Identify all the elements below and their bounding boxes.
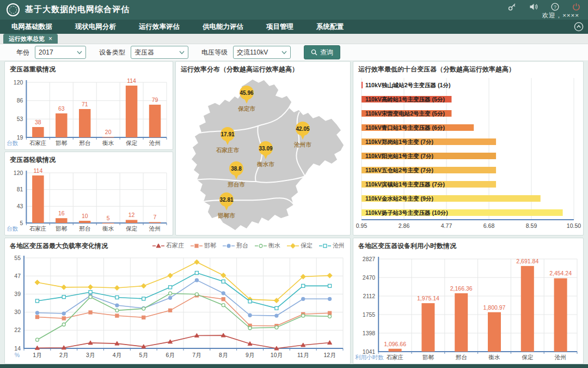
legend-item-石家庄[interactable]: 石家庄 bbox=[152, 242, 184, 250]
svg-text:45.96: 45.96 bbox=[240, 90, 253, 96]
heavy-load-chart: 19538612038石家庄63邯郸71邢台20衡水114保定79沧州台数 bbox=[5, 74, 172, 148]
svg-text:衡水市: 衡水市 bbox=[256, 161, 274, 167]
key-icon[interactable] bbox=[508, 3, 516, 11]
svg-text:保定: 保定 bbox=[126, 225, 138, 232]
svg-text:33.09: 33.09 bbox=[259, 146, 272, 152]
device-type-value: 变压器 bbox=[134, 48, 154, 57]
nav-item-grid-base-data[interactable]: 电网基础数据 bbox=[0, 20, 64, 34]
bar bbox=[389, 349, 402, 352]
bar bbox=[79, 109, 90, 137]
svg-text:5: 5 bbox=[107, 215, 110, 221]
light-load-chart: 54381120114石家庄16邯郸10邢台5衡水12保定7沧州台数 bbox=[5, 164, 172, 234]
tab-close-icon[interactable]: × bbox=[48, 34, 52, 44]
svg-text:%: % bbox=[15, 352, 20, 358]
svg-text:7: 7 bbox=[154, 214, 157, 220]
bar bbox=[56, 113, 67, 137]
svg-text:16: 16 bbox=[58, 210, 65, 216]
nav-item-efficiency-eval[interactable]: 运行效率评估 bbox=[127, 20, 191, 34]
bar bbox=[79, 221, 90, 223]
svg-text:20: 20 bbox=[105, 129, 112, 135]
device-type-label: 设备类型 bbox=[99, 48, 125, 57]
svg-text:1,800.97: 1,800.97 bbox=[483, 304, 506, 311]
svg-text:2.86: 2.86 bbox=[399, 222, 410, 229]
svg-text:4.77: 4.77 bbox=[441, 222, 452, 229]
help-icon[interactable]: ? bbox=[551, 3, 559, 11]
filter-bar: 年份 2017 设备类型 变压器 电压等级 交流110kV 查询 bbox=[0, 44, 588, 61]
collapse-up-icon[interactable] bbox=[574, 22, 584, 32]
svg-text:2月: 2月 bbox=[59, 352, 68, 358]
app-header: 基于大数据的电网综合评估 ? 欢迎 , ×××× bbox=[0, 0, 588, 20]
svg-text:沧州: 沧州 bbox=[554, 354, 566, 360]
svg-text:7月: 7月 bbox=[192, 352, 201, 358]
svg-text:14: 14 bbox=[14, 345, 21, 352]
svg-text:110kV郑岗站1号主变 (7分): 110kV郑岗站1号主变 (7分) bbox=[365, 138, 433, 145]
year-select[interactable]: 2017 bbox=[35, 46, 86, 59]
search-button-label: 查询 bbox=[320, 48, 333, 57]
svg-text:3月: 3月 bbox=[86, 352, 95, 358]
line-chart-legend: 石家庄邯郸邢台衡水保定沧州 bbox=[152, 242, 345, 250]
svg-text:9月: 9月 bbox=[246, 352, 254, 358]
svg-text:邢台: 邢台 bbox=[79, 225, 90, 232]
legend-item-邯郸[interactable]: 邯郸 bbox=[191, 242, 216, 250]
svg-text:8月: 8月 bbox=[219, 352, 228, 358]
bar bbox=[554, 278, 567, 352]
svg-text:71: 71 bbox=[82, 101, 88, 107]
svg-text:6.68: 6.68 bbox=[483, 222, 495, 229]
svg-text:邢台: 邢台 bbox=[79, 140, 90, 146]
svg-text:保定: 保定 bbox=[522, 354, 534, 360]
legend-item-沧州[interactable]: 沧州 bbox=[319, 242, 345, 250]
panel-light-load: 变压器轻载情况 54381120114石家庄16邯郸10邢台5衡水12保定7沧州… bbox=[4, 152, 173, 236]
svg-text:10: 10 bbox=[82, 213, 88, 219]
panel-max-load-rate: 各地区变压器最大负载率变化情况 石家庄邯郸邢台衡水保定沧州 1422303947… bbox=[4, 238, 351, 364]
svg-text:114: 114 bbox=[127, 77, 136, 84]
legend-item-衡水[interactable]: 衡水 bbox=[255, 242, 280, 250]
svg-text:利用小时数: 利用小时数 bbox=[355, 354, 384, 360]
svg-text:沧州: 沧州 bbox=[149, 225, 161, 232]
panel-title: 各地区变压器设备利用小时数情况 bbox=[358, 242, 456, 251]
bar bbox=[421, 303, 434, 352]
svg-text:8.59: 8.59 bbox=[526, 222, 537, 229]
worst-transformers-chart: 0.952.864.776.688.5910.50110kV独山城站2号主变压器… bbox=[354, 75, 583, 234]
svg-text:86: 86 bbox=[17, 97, 23, 104]
nav-item-current-analysis[interactable]: 现状电网分析 bbox=[64, 20, 127, 34]
svg-text:38.8: 38.8 bbox=[231, 166, 242, 172]
legend-item-邢台[interactable]: 邢台 bbox=[223, 242, 248, 250]
voltage-level-select[interactable]: 交流110kV bbox=[233, 46, 291, 59]
svg-text:保定: 保定 bbox=[126, 140, 138, 146]
bar bbox=[126, 220, 137, 223]
sound-icon[interactable] bbox=[529, 3, 538, 11]
search-button[interactable]: 查询 bbox=[304, 45, 340, 59]
svg-text:1,096.66: 1,096.66 bbox=[384, 341, 406, 347]
svg-text:衡水: 衡水 bbox=[102, 140, 114, 146]
svg-text:47: 47 bbox=[14, 273, 21, 279]
svg-text:63: 63 bbox=[58, 105, 65, 112]
nav-item-project-mgmt[interactable]: 项目管理 bbox=[255, 20, 305, 34]
svg-text:22: 22 bbox=[14, 327, 21, 333]
svg-text:39: 39 bbox=[14, 291, 21, 297]
svg-text:53: 53 bbox=[17, 116, 23, 122]
svg-text:12月: 12月 bbox=[323, 352, 335, 358]
svg-text:110kV宋营变电站2号主变 (5分): 110kV宋营变电站2号主变 (5分) bbox=[365, 110, 445, 117]
device-type-select[interactable]: 变压器 bbox=[131, 46, 188, 59]
svg-text:石家庄: 石家庄 bbox=[29, 140, 47, 146]
light-load-canvas: 54381120114石家庄16邯郸10邢台5衡水12保定7沧州台数 bbox=[5, 164, 172, 234]
svg-text:43: 43 bbox=[17, 203, 23, 209]
svg-text:110kV滨镇站1号主变压器 (7分): 110kV滨镇站1号主变压器 (7分) bbox=[365, 181, 445, 188]
nav-item-supply-capability[interactable]: 供电能力评估 bbox=[191, 20, 255, 34]
welcome-text: 欢迎 , ×××× bbox=[542, 11, 579, 20]
svg-text:120: 120 bbox=[14, 170, 23, 176]
svg-text:台数: 台数 bbox=[7, 225, 19, 232]
svg-text:保定市: 保定市 bbox=[237, 105, 255, 112]
tab-efficiency-overview[interactable]: 运行效率总览 × bbox=[3, 34, 58, 44]
svg-text:32.81: 32.81 bbox=[219, 197, 233, 203]
voltage-level-label: 电压等级 bbox=[201, 48, 228, 57]
max-load-rate-chart: 1422303947551月2月3月4月5月6月7月8月9月10月11月12月% bbox=[5, 252, 350, 363]
worst-transformers-canvas: 0.952.864.776.688.5910.50110kV独山城站2号主变压器… bbox=[354, 75, 583, 234]
nav-item-system-config[interactable]: 系统配置 bbox=[305, 20, 355, 34]
svg-text:55: 55 bbox=[14, 255, 21, 261]
svg-text:1755: 1755 bbox=[363, 311, 376, 318]
power-icon[interactable] bbox=[572, 3, 580, 11]
legend-item-保定[interactable]: 保定 bbox=[287, 242, 313, 250]
svg-text:石家庄: 石家庄 bbox=[29, 225, 47, 232]
svg-text:台数: 台数 bbox=[7, 140, 19, 146]
